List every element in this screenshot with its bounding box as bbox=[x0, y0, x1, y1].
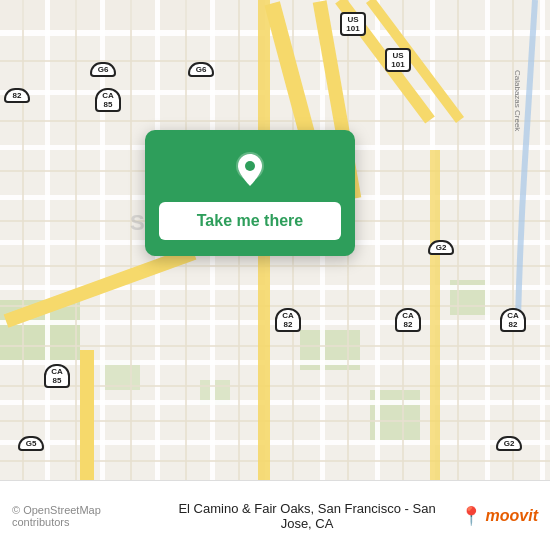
shield-g6-1: G6 bbox=[90, 62, 116, 77]
shield-us101-1: US101 bbox=[340, 12, 366, 36]
take-me-there-button[interactable]: Take me there bbox=[159, 202, 341, 240]
svg-rect-45 bbox=[402, 0, 404, 480]
svg-point-62 bbox=[245, 161, 255, 171]
svg-rect-28 bbox=[0, 60, 550, 62]
svg-rect-60 bbox=[160, 0, 210, 30]
svg-rect-46 bbox=[457, 0, 459, 480]
svg-rect-34 bbox=[0, 345, 550, 347]
shield-ca85: CA85 bbox=[95, 88, 121, 112]
calabazas-creek-label: Calabazas Creek bbox=[513, 70, 522, 131]
moovit-logo: 📍 moovit bbox=[460, 505, 538, 527]
address-label: El Camino & Fair Oaks, San Francisco - S… bbox=[165, 501, 450, 531]
shield-g5: G5 bbox=[18, 436, 44, 451]
shield-ca85-bottom: CA85 bbox=[44, 364, 70, 388]
svg-rect-9 bbox=[0, 90, 550, 95]
osm-credit: © OpenStreetMap contributors bbox=[12, 504, 155, 528]
overlay-card: Take me there bbox=[145, 130, 355, 256]
svg-rect-27 bbox=[540, 0, 545, 480]
svg-rect-38 bbox=[22, 0, 24, 480]
svg-rect-18 bbox=[45, 0, 50, 480]
svg-rect-58 bbox=[50, 0, 100, 30]
location-pin-icon bbox=[228, 148, 272, 192]
svg-rect-33 bbox=[0, 305, 550, 307]
shield-ca82-2: CA82 bbox=[395, 308, 421, 332]
svg-rect-57 bbox=[0, 0, 45, 30]
shield-ca82-1: CA82 bbox=[275, 308, 301, 332]
svg-rect-53 bbox=[430, 150, 440, 480]
moovit-label: moovit bbox=[486, 507, 538, 525]
svg-rect-51 bbox=[80, 350, 94, 480]
svg-rect-26 bbox=[485, 0, 490, 480]
svg-rect-32 bbox=[0, 265, 550, 267]
svg-rect-24 bbox=[375, 0, 380, 480]
svg-rect-59 bbox=[105, 0, 155, 30]
shield-82-left: 82 bbox=[4, 88, 30, 103]
moovit-pin-icon: 📍 bbox=[460, 505, 482, 527]
svg-rect-39 bbox=[75, 0, 77, 480]
svg-rect-40 bbox=[130, 0, 132, 480]
svg-rect-29 bbox=[0, 120, 550, 122]
osm-credit-text: © OpenStreetMap contributors bbox=[12, 504, 101, 528]
shield-g2-bottom: G2 bbox=[496, 436, 522, 451]
map-container: Su US101 US101 G6 G6 82 CA85 G2 CA82 CA8… bbox=[0, 0, 550, 480]
shield-ca82-3: CA82 bbox=[500, 308, 526, 332]
shield-g2-top: G2 bbox=[428, 240, 454, 255]
shield-us101-2: US101 bbox=[385, 48, 411, 72]
shield-g6-2: G6 bbox=[188, 62, 214, 77]
bottom-bar: © OpenStreetMap contributors El Camino &… bbox=[0, 480, 550, 550]
